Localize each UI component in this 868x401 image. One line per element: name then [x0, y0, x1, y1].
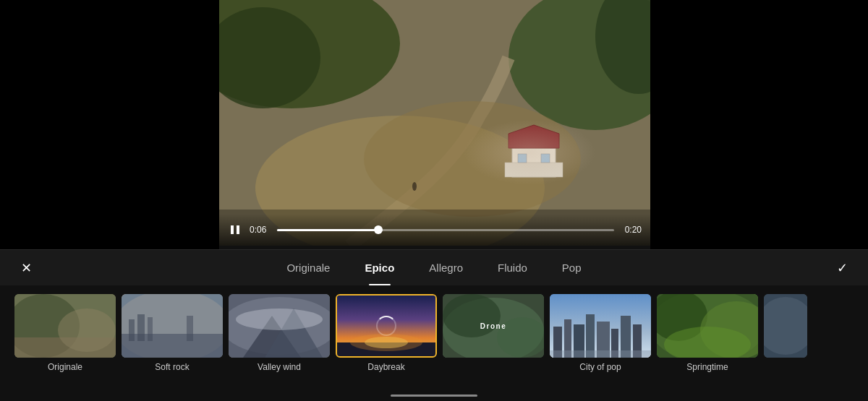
thumb-valleywind[interactable]: Valley wind [229, 294, 330, 372]
thumb-img-valleywind [229, 294, 330, 358]
thumb-label-daybreak: Daybreak [367, 362, 404, 372]
svg-rect-11 [541, 154, 550, 163]
total-time: 0:20 [621, 225, 642, 235]
svg-rect-25 [148, 317, 153, 341]
thumb-springtime[interactable]: Springtime [657, 294, 758, 372]
thumb-originale[interactable]: Originale [14, 294, 116, 372]
thumb-daybreak[interactable]: Daybreak [336, 294, 437, 372]
tab-fluido[interactable]: Fluido [480, 250, 545, 285]
svg-point-31 [236, 309, 323, 330]
svg-rect-10 [518, 154, 527, 163]
scroll-indicator [0, 395, 868, 401]
svg-rect-8 [505, 163, 563, 177]
video-controls: 0:06 0:20 [219, 214, 650, 246]
tab-allegro[interactable]: Allegro [412, 250, 480, 285]
drone-overlay: Drone [443, 294, 544, 358]
progress-thumb[interactable] [374, 225, 383, 234]
svg-point-2 [219, 7, 320, 108]
thumb-label-cityofpop: City of pop [579, 362, 621, 372]
current-time: 0:06 [250, 225, 270, 235]
svg-rect-23 [129, 319, 135, 341]
loading-spinner [376, 316, 396, 336]
thumb-img-originale [14, 294, 116, 358]
tab-epico[interactable]: Epico [347, 250, 412, 285]
thumb-img-drone: Drone [443, 294, 544, 358]
thumb-label-softrock: Soft rock [155, 362, 189, 372]
svg-rect-22 [122, 334, 223, 358]
svg-point-4 [595, 0, 650, 94]
pause-button[interactable] [228, 223, 242, 237]
thumb-img-last [764, 294, 807, 358]
svg-rect-0 [219, 0, 650, 246]
thumb-label-valleywind: Valley wind [258, 362, 301, 372]
thumbnails-row: Originale Soft rock [0, 285, 868, 392]
video-frame: 0:06 0:20 [219, 0, 650, 246]
thumb-img-springtime [657, 294, 758, 358]
thumb-img-daybreak [336, 294, 437, 358]
svg-point-12 [412, 182, 417, 191]
svg-marker-9 [509, 125, 559, 148]
svg-point-19 [58, 309, 116, 352]
svg-rect-26 [187, 316, 193, 341]
svg-point-3 [509, 0, 650, 130]
tabs-bar: ✕ Originale Epico Allegro Fluido Pop ✓ [0, 249, 868, 285]
thumb-last[interactable] [764, 294, 807, 358]
thumb-cityofpop[interactable]: City of pop [550, 294, 651, 372]
svg-point-6 [364, 101, 581, 217]
thumb-drone[interactable]: Drone Drone [443, 294, 544, 372]
thumb-softrock[interactable]: Soft rock [122, 294, 223, 372]
svg-point-1 [219, 0, 400, 108]
thumb-label-originale: Originale [48, 362, 82, 372]
thumbnails-section: Originale Soft rock [0, 285, 868, 401]
svg-rect-50 [550, 350, 651, 358]
loading-overlay [337, 296, 435, 356]
drone-text: Drone [480, 322, 506, 330]
svg-point-57 [764, 297, 807, 355]
tab-pop[interactable]: Pop [545, 250, 599, 285]
thumb-img-cityofpop [550, 294, 651, 358]
svg-rect-15 [237, 225, 239, 234]
thumb-label-springtime: Springtime [686, 362, 728, 372]
progress-track[interactable] [277, 229, 614, 231]
svg-rect-14 [231, 225, 234, 234]
svg-rect-24 [137, 314, 145, 341]
close-button[interactable]: ✕ [14, 256, 38, 280]
progress-fill [277, 229, 378, 231]
confirm-button[interactable]: ✓ [830, 256, 854, 280]
svg-rect-7 [512, 148, 556, 177]
scroll-bar [391, 394, 477, 397]
thumb-img-softrock [122, 294, 223, 358]
video-section: 0:06 0:20 [0, 0, 868, 249]
tab-originale[interactable]: Originale [269, 250, 347, 285]
